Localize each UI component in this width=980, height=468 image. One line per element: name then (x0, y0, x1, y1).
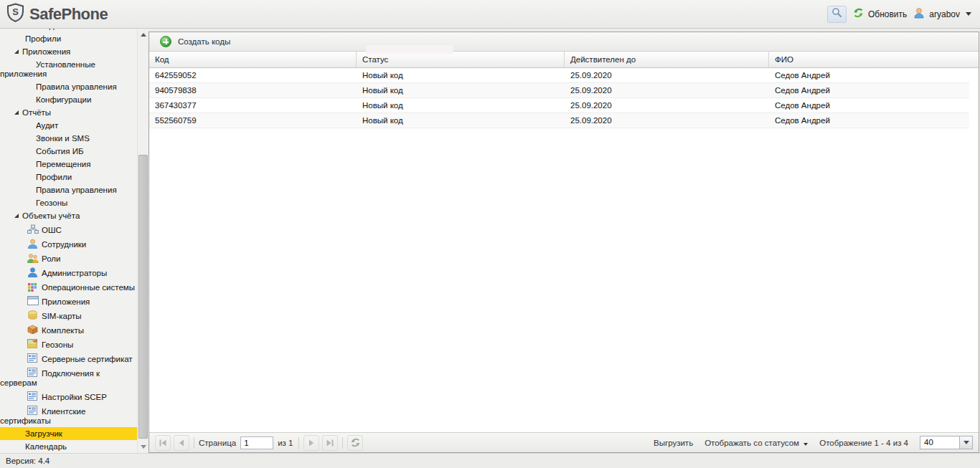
certificate-icon (27, 353, 39, 363)
sidebar-item-geozony-report[interactable]: Геозоны (0, 196, 137, 209)
sidebar-group-obekty-ucheta[interactable]: Объекты учёта (0, 209, 137, 222)
column-header-code[interactable]: Код (149, 52, 357, 67)
top-header: S SafePhone (0, 0, 980, 29)
user-icon (913, 6, 925, 22)
page-of-label: из 1 (278, 439, 293, 447)
refresh-icon (852, 7, 864, 21)
sidebar-item-pravila-upravleniya[interactable]: Правила управления (0, 80, 137, 93)
last-page-icon (325, 438, 335, 448)
scroll-up-button[interactable] (138, 29, 149, 41)
search-button[interactable] (827, 6, 847, 23)
separator (194, 437, 194, 449)
certificate-icon (27, 406, 39, 416)
cell-valid-until: 25.09.2020 (565, 113, 769, 128)
os-grid-icon (27, 282, 39, 292)
sidebar-item-administratory[interactable]: Администраторы (0, 265, 137, 280)
chevron-down-icon (963, 441, 969, 444)
admin-icon (27, 267, 39, 277)
column-header-fio[interactable]: ФИО (769, 52, 979, 67)
cell-status: Новый код (357, 113, 565, 128)
sidebar-item-roli[interactable]: Роли (0, 251, 137, 265)
box-icon (27, 325, 39, 335)
sidebar-item-profili-report[interactable]: Профили (0, 171, 137, 183)
add-icon (160, 36, 171, 47)
org-chart-icon (27, 224, 39, 234)
sidebar-item-nastroyki-scep[interactable]: Настройки SCEP (0, 389, 137, 403)
page-size-combo[interactable]: 40 (920, 436, 973, 449)
grid-toolbar: Создать коды (149, 32, 979, 52)
cell-fio: Седов Андрей (769, 113, 969, 128)
refresh-button[interactable]: Обновить (852, 7, 907, 21)
table-row[interactable]: 940579838 Новый код 25.09.2020 Седов Анд… (149, 83, 969, 98)
chevron-down-icon (966, 12, 971, 16)
next-page-button[interactable] (303, 435, 319, 451)
svg-text:S: S (12, 6, 19, 17)
combo-trigger-button[interactable] (960, 436, 973, 449)
sidebar-group-otchety[interactable]: Отчёты (0, 106, 137, 119)
sidebar-item-zvonki-sms[interactable]: Звонки и SMS (0, 132, 137, 145)
table-row[interactable]: 367430377 Новый код 25.09.2020 Седов Анд… (149, 98, 969, 113)
sidebar-item-profili[interactable]: Профили (0, 32, 137, 45)
table-row[interactable]: 552560759 Новый код 25.09.2020 Седов Анд… (149, 113, 969, 128)
cell-status: Новый код (357, 98, 565, 113)
table-body: 642559052 Новый код 25.09.2020 Седов Анд… (149, 68, 969, 128)
nav-tree: Команды Профили Приложения Установленные… (0, 29, 137, 453)
sidebar-item-audit[interactable]: Аудит (0, 119, 137, 132)
sidebar-item-sotrudniki[interactable]: Сотрудники (0, 237, 137, 251)
sidebar-item-sobytiya-ib[interactable]: События ИБ (0, 145, 137, 158)
sidebar-item-sim-karty[interactable]: SIM-карты (0, 308, 137, 323)
arrow-down-icon (141, 445, 146, 449)
scroll-down-button[interactable] (138, 441, 149, 453)
certificate-icon (27, 391, 39, 401)
username: aryabov (929, 9, 960, 19)
version-label: Версия: 4.4 (6, 457, 50, 465)
cell-code: 642559052 (149, 68, 357, 82)
chevron-down-icon (804, 443, 808, 446)
user-menu[interactable]: aryabov (913, 6, 971, 22)
cell-valid-until: 25.09.2020 (565, 83, 769, 97)
page-number-input[interactable] (240, 436, 273, 449)
refresh-label: Обновить (868, 9, 907, 19)
cell-valid-until: 25.09.2020 (565, 98, 769, 113)
column-header-valid-until[interactable]: Действителен до (565, 52, 769, 67)
scrollbar-thumb[interactable] (138, 155, 148, 439)
cell-code: 367430377 (149, 98, 357, 113)
prev-page-icon (176, 438, 187, 448)
tree-expanded-icon (14, 49, 19, 54)
sidebar-item-geozony-obj[interactable]: Геозоны (0, 337, 137, 351)
shield-logo-icon: S (6, 3, 24, 25)
header-actions: Обновить aryabov (827, 6, 980, 23)
refresh-grid-button[interactable] (347, 435, 363, 451)
sidebar-item-ustanovlennye-prilozheniya[interactable]: Установленные приложения (0, 58, 137, 80)
sidebar-nav: Команды Профили Приложения Установленные… (0, 29, 149, 453)
sidebar-item-pravila-upravleniya-report[interactable]: Правила управления (0, 183, 137, 196)
last-page-button[interactable] (322, 435, 338, 451)
sidebar-scrollbar[interactable] (137, 29, 149, 453)
sidebar-item-klientskie-sertifikaty[interactable]: Клиентские сертификаты (0, 403, 137, 427)
table-row[interactable]: 642559052 Новый код 25.09.2020 Седов Анд… (149, 68, 969, 83)
sidebar-item-operacionnye-sistemy[interactable]: Операционные системы (0, 280, 137, 294)
sidebar-item-kalendar[interactable]: Календарь (0, 440, 137, 453)
status-filter-dropdown[interactable]: Отображать со статусом (705, 439, 808, 447)
first-page-icon (158, 438, 168, 448)
cell-fio: Седов Андрей (769, 83, 969, 97)
separator (342, 437, 343, 449)
sidebar-item-servernye-sertifikaty[interactable]: Серверные сертификат (0, 351, 137, 366)
prev-page-button[interactable] (174, 435, 189, 451)
sidebar-item-peremescheniya[interactable]: Перемещения (0, 158, 137, 171)
sidebar-item-konfiguracii[interactable]: Конфигурации (0, 93, 137, 106)
create-codes-button[interactable]: Создать коды (154, 34, 236, 49)
map-icon (27, 339, 39, 349)
sidebar-item-komplekty[interactable]: Комплекты (0, 323, 137, 337)
sidebar-item-prilozheniya-obj[interactable]: Приложения (0, 294, 137, 308)
create-codes-label: Создать коды (178, 37, 230, 46)
first-page-button[interactable] (155, 435, 171, 451)
search-icon (831, 7, 842, 21)
sidebar-item-oshs[interactable]: ОШС (0, 222, 137, 237)
cell-code: 552560759 (149, 113, 357, 128)
sidebar-item-zagruzchik[interactable]: Загрузчик (0, 427, 137, 440)
sidebar-group-prilozheniya[interactable]: Приложения (0, 45, 137, 58)
separator (298, 437, 299, 449)
export-button[interactable]: Выгрузить (654, 439, 693, 447)
sidebar-item-podklyucheniya-k-serveram[interactable]: Подключения к серверам (0, 366, 137, 389)
